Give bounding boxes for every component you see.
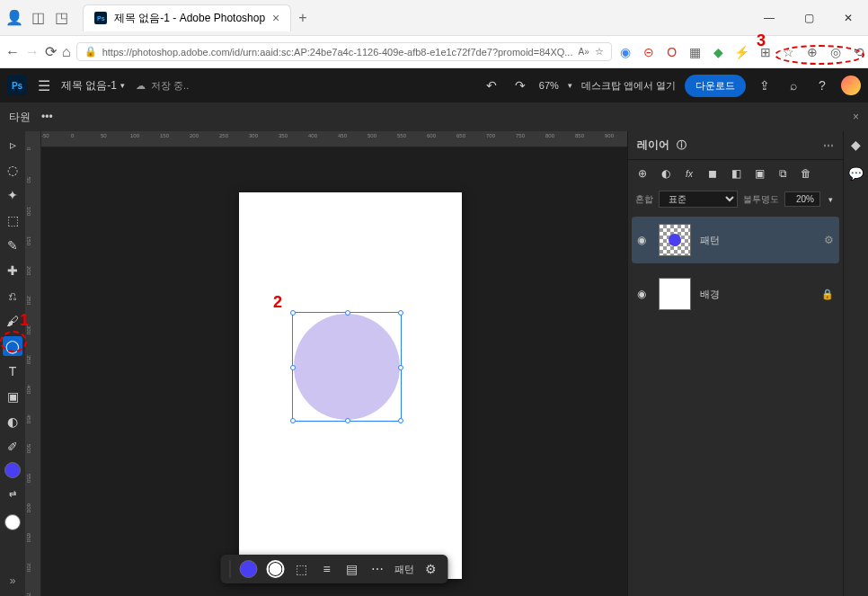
close-options-icon[interactable]: × bbox=[853, 111, 859, 123]
layer-thumbnail[interactable] bbox=[659, 224, 691, 256]
layer-item[interactable]: ◉ 패턴 ⚙ bbox=[632, 217, 839, 263]
back-button[interactable]: ← bbox=[5, 40, 20, 65]
download-button[interactable]: 다운로드 bbox=[685, 75, 746, 97]
canvas-viewport[interactable]: 2 ⬚ ≡ ▤ ⋯ 패턴 ⚙ bbox=[41, 147, 627, 596]
move-tool[interactable]: ▹ bbox=[3, 135, 22, 155]
crop-tool[interactable]: ⬚ bbox=[3, 210, 22, 230]
handle-ml[interactable] bbox=[290, 365, 296, 370]
open-desktop-button[interactable]: 데스크탑 앱에서 열기 bbox=[581, 79, 676, 93]
handle-tr[interactable] bbox=[398, 310, 403, 316]
redo-button[interactable]: ↷ bbox=[510, 76, 530, 95]
layer-item[interactable]: ◉ 배경 🔒 bbox=[632, 271, 839, 317]
background-color-swatch[interactable] bbox=[4, 514, 21, 530]
undo-button[interactable]: ↶ bbox=[482, 76, 501, 95]
handle-mr[interactable] bbox=[398, 365, 403, 370]
selection-bounding-box[interactable] bbox=[292, 312, 402, 422]
handle-bc[interactable] bbox=[345, 418, 350, 423]
maximize-button[interactable]: ▢ bbox=[789, 4, 828, 31]
browser-tab[interactable]: Ps 제목 없음-1 - Adobe Photoshop × bbox=[83, 4, 291, 31]
ext-target-icon[interactable]: ◎ bbox=[828, 44, 844, 60]
eyedropper-tool[interactable]: ✐ bbox=[3, 437, 22, 457]
new-tab-button[interactable]: + bbox=[298, 10, 306, 26]
place-tool[interactable]: ▣ bbox=[3, 387, 22, 406]
stroke-color-swatch[interactable] bbox=[267, 560, 285, 578]
info-icon[interactable]: ⓘ bbox=[677, 138, 686, 152]
mask-icon[interactable]: ◼ bbox=[705, 166, 720, 181]
adjust-icon[interactable]: ◐ bbox=[659, 166, 673, 181]
layer-filter-icon[interactable]: ⚙ bbox=[824, 234, 834, 246]
dodge-tool[interactable]: ◐ bbox=[3, 412, 22, 431]
ext-opera-icon[interactable]: O bbox=[664, 44, 680, 60]
favorite-icon[interactable]: ☆ bbox=[595, 46, 604, 58]
group-icon[interactable]: ▣ bbox=[752, 166, 766, 181]
ext-green-icon[interactable]: ◆ bbox=[711, 44, 727, 60]
lasso-tool[interactable]: ◌ bbox=[3, 160, 22, 180]
refresh-button[interactable]: ⟳ bbox=[45, 40, 57, 65]
more-icon[interactable]: ⋯ bbox=[369, 561, 385, 577]
swap-colors-icon[interactable]: ⇄ bbox=[3, 484, 22, 503]
heal-tool[interactable]: ✚ bbox=[3, 261, 22, 280]
handle-bl[interactable] bbox=[290, 418, 296, 423]
type-tool[interactable]: T bbox=[3, 361, 22, 381]
more-dots-icon[interactable]: ⋯ bbox=[823, 139, 834, 152]
visibility-eye-icon[interactable]: ◉ bbox=[637, 234, 650, 246]
wand-tool[interactable]: ✦ bbox=[3, 185, 22, 205]
foreground-color-swatch[interactable] bbox=[4, 462, 21, 478]
help-icon[interactable]: ? bbox=[812, 76, 832, 95]
minimize-button[interactable]: — bbox=[749, 4, 789, 31]
ext-link-icon[interactable]: ⟲ bbox=[851, 44, 867, 60]
ext-shield-icon[interactable]: ◉ bbox=[617, 44, 633, 60]
more-options-icon[interactable]: ••• bbox=[41, 111, 53, 123]
delete-icon[interactable]: 🗑 bbox=[799, 166, 813, 181]
filter-adjust-icon[interactable]: ⚙ bbox=[423, 561, 439, 577]
home-button[interactable]: ⌂ bbox=[62, 40, 71, 65]
chevron-down-icon[interactable]: ▾ bbox=[568, 81, 572, 90]
url-field[interactable]: 🔒 https://photoshop.adobe.com/id/urn:aai… bbox=[76, 42, 612, 61]
transform-icon[interactable]: ⬚ bbox=[294, 561, 310, 577]
search-icon[interactable]: ⌕ bbox=[784, 76, 803, 95]
profile-icon[interactable]: 👤 bbox=[7, 11, 22, 25]
tab-close-icon[interactable]: × bbox=[272, 11, 279, 25]
expand-toolbar-icon[interactable]: » bbox=[10, 574, 16, 587]
add-layer-icon[interactable]: ⊕ bbox=[635, 166, 650, 181]
reader-indicator[interactable]: A» bbox=[578, 47, 589, 57]
handle-tc[interactable] bbox=[345, 310, 350, 316]
photoshop-logo-icon[interactable]: Ps bbox=[7, 76, 27, 95]
ext-block-red-icon[interactable]: ⊝ bbox=[641, 44, 657, 60]
document-title[interactable]: 제목 없음-1 ▾ bbox=[61, 78, 125, 93]
menu-hamburger-icon[interactable]: ☰ bbox=[38, 77, 50, 94]
arrange-icon[interactable]: ▤ bbox=[344, 561, 360, 577]
ext-pin-icon[interactable]: ⊞ bbox=[757, 44, 774, 60]
close-window-button[interactable]: ✕ bbox=[828, 4, 868, 31]
favorites-icon[interactable]: ☆ bbox=[781, 44, 797, 60]
opacity-chevron-icon[interactable]: ▾ bbox=[826, 195, 836, 204]
layer-name-label[interactable]: 패턴 bbox=[700, 234, 815, 247]
user-avatar[interactable] bbox=[841, 76, 861, 95]
duplicate-icon[interactable]: ⧉ bbox=[775, 166, 790, 181]
blend-mode-select[interactable]: 표준 bbox=[659, 191, 738, 208]
3d-icon[interactable]: ◳ bbox=[54, 11, 68, 25]
ellipse-tool[interactable]: ◯ bbox=[3, 336, 22, 356]
align-icon[interactable]: ≡ bbox=[319, 561, 335, 577]
layer-thumbnail[interactable] bbox=[659, 278, 691, 310]
workspace-icon[interactable]: ◫ bbox=[31, 11, 45, 25]
lock-icon[interactable]: 🔒 bbox=[821, 289, 834, 300]
zoom-level[interactable]: 67% bbox=[539, 80, 559, 91]
layer-name-label[interactable]: 배경 bbox=[700, 288, 812, 301]
handle-br[interactable] bbox=[398, 418, 403, 423]
layers-collapsed-icon[interactable]: ◆ bbox=[848, 137, 864, 153]
forward-button[interactable]: → bbox=[25, 40, 40, 65]
canvas-document[interactable]: 2 bbox=[239, 192, 462, 579]
handle-tl[interactable] bbox=[290, 310, 296, 316]
share-icon[interactable]: ⇪ bbox=[755, 76, 775, 95]
visibility-eye-icon[interactable]: ◉ bbox=[637, 288, 650, 300]
fx-icon[interactable]: fx bbox=[682, 166, 696, 181]
comments-collapsed-icon[interactable]: 💬 bbox=[848, 165, 864, 182]
clip-icon[interactable]: ◧ bbox=[729, 166, 743, 181]
ext-bolt-icon[interactable]: ⚡ bbox=[734, 44, 750, 60]
fill-color-swatch[interactable] bbox=[240, 560, 258, 578]
brush-tool[interactable]: ✎ bbox=[3, 236, 22, 255]
clone-tool[interactable]: ⎌ bbox=[3, 286, 22, 306]
collections-icon[interactable]: ⊕ bbox=[804, 44, 820, 60]
paint-tool[interactable]: 🖌 bbox=[3, 311, 22, 331]
